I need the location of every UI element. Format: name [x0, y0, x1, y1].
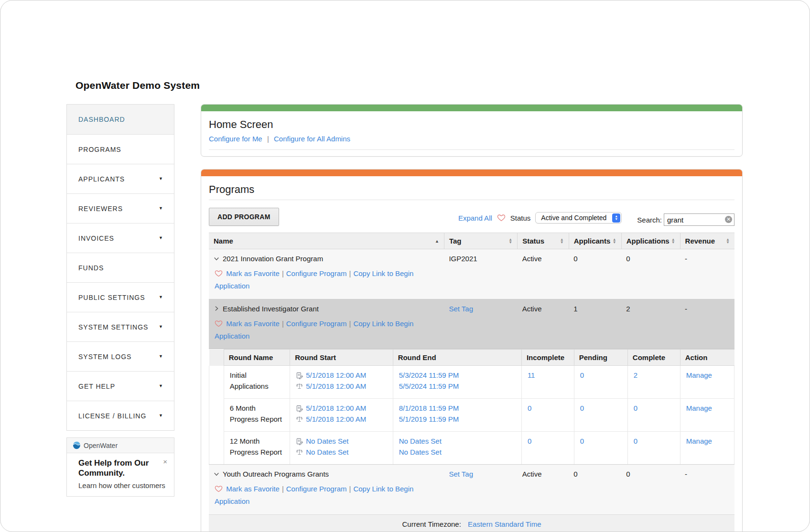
- round-row-12-month-progress: 12 Month Progress Report No Dates Set No…: [209, 432, 734, 465]
- heart-icon[interactable]: [215, 319, 223, 328]
- pending-count-link[interactable]: 0: [580, 371, 584, 379]
- link-separator: |: [267, 135, 269, 143]
- configure-program-link[interactable]: Configure Program: [286, 485, 347, 493]
- column-header-revenue[interactable]: Revenue▲▼: [680, 233, 734, 249]
- program-row-youth-outreach: Youth Outreach Programs Grants Mark as F…: [209, 465, 734, 514]
- expand-row-icon[interactable]: [214, 306, 219, 311]
- round-end-application-date-link[interactable]: 8/1/2018 11:59 PM: [399, 403, 459, 414]
- configure-program-link[interactable]: Configure Program: [286, 269, 347, 277]
- round-start-application-date-link[interactable]: 5/1/2018 12:00 AM: [306, 370, 366, 381]
- program-name: 2021 Innovation Grant Program: [223, 255, 323, 263]
- heart-icon[interactable]: [215, 485, 223, 493]
- chevron-down-icon: ▼: [159, 206, 163, 211]
- status-select-value: Active and Completed: [541, 214, 608, 222]
- column-header-incomplete: Incomplete: [521, 350, 574, 366]
- mark-as-favorite-link[interactable]: Mark as Favorite: [226, 319, 280, 328]
- round-end-judging-date-link[interactable]: 5/1/2019 11:59 PM: [399, 414, 459, 425]
- programs-panel-title: Programs: [209, 183, 734, 196]
- pending-count-link[interactable]: 0: [580, 437, 584, 445]
- program-name: Youth Outreach Programs Grants: [223, 470, 329, 478]
- sort-icon: ▲▼: [726, 238, 730, 244]
- sidebar-item-funds[interactable]: FUNDS: [67, 253, 174, 282]
- round-start-application-date-link[interactable]: No Dates Set: [306, 436, 348, 447]
- sidebar-item-programs[interactable]: PROGRAMS: [67, 134, 174, 164]
- programs-table-header-row: Name▲ Tag▲▼ Status▲▼ Applicants▲▼ Applic…: [209, 233, 734, 249]
- manage-round-link[interactable]: Manage: [686, 404, 712, 412]
- sidebar: DASHBOARD PROGRAMS APPLICANTS▼ REVIEWERS…: [66, 104, 174, 497]
- favorites-filter-heart-icon[interactable]: [497, 213, 506, 222]
- set-tag-link[interactable]: Set Tag: [449, 305, 473, 313]
- column-header-applicants[interactable]: Applicants▲▼: [569, 233, 621, 249]
- help-card-preview-text: Learn how other customers: [78, 481, 167, 489]
- round-end-judging-date-link[interactable]: 5/5/2024 11:59 PM: [399, 381, 459, 392]
- round-name: 6 Month Progress Report: [224, 399, 290, 432]
- mark-as-favorite-link[interactable]: Mark as Favorite: [226, 269, 280, 277]
- sidebar-item-invoices[interactable]: INVOICES▼: [67, 223, 174, 253]
- sidebar-item-get-help[interactable]: GET HELP▼: [67, 371, 174, 401]
- home-panel-accent-bar: [201, 105, 742, 111]
- sidebar-nav: DASHBOARD PROGRAMS APPLICANTS▼ REVIEWERS…: [66, 104, 174, 431]
- sort-icon: ▲▼: [613, 238, 616, 244]
- manage-round-link[interactable]: Manage: [686, 371, 712, 379]
- round-start-judging-date-link[interactable]: 5/1/2018 12:00 AM: [306, 381, 366, 392]
- configure-program-link[interactable]: Configure Program: [286, 319, 347, 328]
- sidebar-item-system-settings[interactable]: SYSTEM SETTINGS▼: [67, 312, 174, 341]
- program-row-established-investigator: Established Investigator Grant Mark as F…: [209, 299, 734, 349]
- clear-search-icon[interactable]: ✕: [725, 216, 732, 223]
- complete-count-link[interactable]: 2: [634, 371, 637, 379]
- manage-round-link[interactable]: Manage: [686, 437, 712, 445]
- search-input[interactable]: [664, 213, 734, 226]
- column-header-tag[interactable]: Tag▲▼: [444, 233, 517, 249]
- program-status: Active: [518, 299, 569, 349]
- close-icon[interactable]: ×: [163, 458, 167, 465]
- column-header-status[interactable]: Status▲▼: [518, 233, 569, 249]
- round-end-judging-date-link[interactable]: No Dates Set: [399, 447, 442, 458]
- judging-scale-icon: [296, 415, 303, 423]
- sidebar-item-license-billing[interactable]: LICENSE / BILLING▼: [67, 401, 174, 430]
- openwater-brand-bar: OpenWater: [67, 438, 174, 453]
- sidebar-item-applicants[interactable]: APPLICANTS▼: [67, 164, 174, 193]
- column-header-applications[interactable]: Applications▲▼: [621, 233, 680, 249]
- mark-as-favorite-link[interactable]: Mark as Favorite: [226, 485, 280, 493]
- collapse-row-icon[interactable]: [214, 471, 219, 477]
- timezone-link[interactable]: Eastern Standard Time: [468, 520, 541, 528]
- sidebar-item-public-settings[interactable]: PUBLIC SETTINGS▼: [67, 282, 174, 312]
- incomplete-count-link[interactable]: 11: [528, 371, 535, 379]
- program-applicants: 1: [569, 299, 621, 349]
- home-screen-panel: Home Screen Configure for Me | Configure…: [201, 104, 743, 157]
- round-end-application-date-link[interactable]: 5/3/2024 11:59 PM: [399, 370, 459, 381]
- complete-count-link[interactable]: 0: [634, 437, 637, 445]
- main-content: Home Screen Configure for Me | Configure…: [201, 104, 743, 532]
- page-title: OpenWater Demo System: [76, 80, 810, 91]
- sort-icon: ▲▼: [560, 238, 564, 244]
- pending-count-link[interactable]: 0: [580, 404, 584, 412]
- column-header-name[interactable]: Name▲: [209, 233, 444, 249]
- round-start-judging-date-link[interactable]: 5/1/2018 12:00 AM: [306, 414, 366, 425]
- set-tag-link[interactable]: Set Tag: [449, 470, 473, 478]
- sort-icon: ▲▼: [671, 238, 675, 244]
- round-start-application-date-link[interactable]: 5/1/2018 12:00 AM: [306, 403, 366, 414]
- chevron-down-icon: ▼: [159, 236, 163, 240]
- expand-all-link[interactable]: Expand All: [458, 214, 492, 222]
- incomplete-count-link[interactable]: 0: [528, 404, 531, 412]
- chevron-down-icon: ▼: [159, 325, 163, 329]
- select-stepper-icon: ▲▼: [612, 213, 620, 223]
- round-end-application-date-link[interactable]: No Dates Set: [399, 436, 442, 447]
- incomplete-count-link[interactable]: 0: [528, 437, 531, 445]
- application-form-icon: [296, 405, 303, 412]
- app-window: OpenWater Demo System DASHBOARD PROGRAMS…: [0, 0, 810, 532]
- collapse-row-icon[interactable]: [214, 256, 219, 262]
- status-select[interactable]: Active and Completed ▲▼: [535, 212, 622, 223]
- complete-count-link[interactable]: 0: [634, 404, 637, 412]
- configure-for-all-admins-link[interactable]: Configure for All Admins: [274, 135, 350, 143]
- sort-ascending-icon: ▲: [435, 239, 439, 244]
- program-revenue: -: [680, 465, 734, 514]
- sidebar-item-reviewers[interactable]: REVIEWERS▼: [67, 193, 174, 223]
- sidebar-item-dashboard[interactable]: DASHBOARD: [67, 105, 174, 134]
- rounds-header-row: Round Name Round Start Round End Incompl…: [209, 350, 734, 366]
- sidebar-item-system-logs[interactable]: SYSTEM LOGS▼: [67, 341, 174, 371]
- round-start-judging-date-link[interactable]: No Dates Set: [306, 447, 348, 458]
- configure-for-me-link[interactable]: Configure for Me: [209, 135, 262, 143]
- add-program-button[interactable]: ADD PROGRAM: [209, 208, 279, 226]
- heart-icon[interactable]: [215, 269, 223, 277]
